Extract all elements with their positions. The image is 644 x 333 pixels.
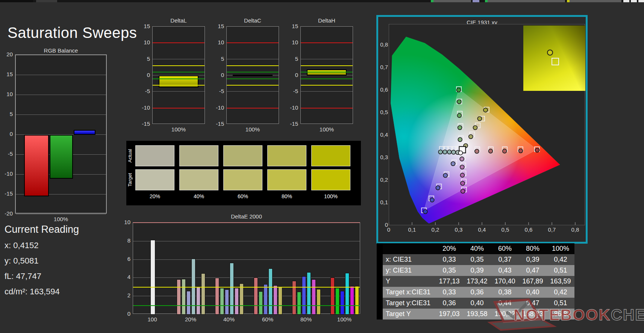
- table-row-label: x: CIE31: [383, 254, 435, 265]
- limit-line: [227, 72, 279, 72]
- limit-line: [301, 42, 353, 43]
- cie-y-tick-label: 0,6: [378, 86, 388, 92]
- table-value-cell: 0,35: [463, 254, 491, 265]
- swatch-column-label: 60%: [223, 193, 262, 199]
- current-reading-y: y: 0,5081: [5, 256, 79, 266]
- limit-line: [227, 85, 279, 86]
- measured-marker: [451, 162, 455, 166]
- deltae-bar: [312, 279, 316, 315]
- cie-y-tick-label: 0,3: [378, 154, 388, 160]
- deltae-bar: [278, 287, 282, 315]
- cie-x-tick-label: 0,8: [568, 226, 583, 232]
- current-reading-fl: fL: 47,747: [5, 271, 79, 281]
- measured-marker: [461, 181, 465, 185]
- table-left-strip: [377, 243, 383, 319]
- table-value-cell: 0,47: [519, 265, 547, 276]
- x-axis-label: 100%: [300, 126, 353, 132]
- y-tick-label: 8: [119, 237, 130, 243]
- inset-measured-point: [547, 50, 553, 56]
- rgb-bar-blue: [74, 130, 95, 135]
- gridline: [16, 75, 106, 75]
- y-tick-label: -5: [1, 151, 13, 157]
- inset-target-point: [552, 58, 559, 65]
- window-control-button[interactable]: [638, 0, 644, 2]
- x-axis-label: 100%: [226, 126, 279, 132]
- current-reading-heading: Current Reading: [5, 224, 79, 235]
- table-value-cell: 0,35: [435, 265, 463, 276]
- gridline: [133, 259, 360, 260]
- deltae-bar: [182, 279, 186, 315]
- swatch-column-label: 40%: [179, 193, 218, 199]
- y-tick-label: -10: [138, 104, 150, 110]
- limit-line: [153, 65, 205, 66]
- cie-x-tick-label: 0,2: [428, 226, 443, 232]
- measured-marker: [438, 150, 442, 154]
- deltae-bar: [335, 288, 339, 315]
- y-tick-label: -5: [286, 88, 298, 94]
- cie-x-tick-label: 0,5: [498, 226, 513, 232]
- window-control-button[interactable]: [631, 0, 637, 2]
- table-header-cell: [383, 243, 435, 254]
- measured-marker: [457, 88, 461, 92]
- table-row-label: Target Y: [383, 309, 435, 319]
- measured-marker: [447, 150, 452, 154]
- table-value-cell: 0,37: [491, 254, 519, 265]
- rgb-bar-green: [50, 135, 73, 179]
- measured-marker: [503, 149, 507, 153]
- measured-marker: [535, 148, 539, 152]
- table-value-cell: 0,38: [491, 287, 519, 298]
- deltae-bar: [215, 278, 219, 315]
- measured-marker: [483, 108, 488, 112]
- table-value-cell: 0,51: [547, 265, 574, 276]
- measured-marker: [469, 135, 473, 139]
- measured-marker: [458, 126, 462, 130]
- limit-line: [227, 65, 279, 66]
- deltae-bar: [302, 276, 306, 315]
- deltal-bar: [159, 75, 199, 87]
- limit-line: [133, 287, 360, 288]
- window-control-button[interactable]: [623, 0, 629, 2]
- y-tick-label: 5: [286, 56, 298, 62]
- table-value-cell: 0,40: [519, 287, 547, 298]
- cie-x-tick-label: 0,6: [521, 226, 536, 232]
- y-tick-label: 4: [119, 274, 130, 280]
- saturation-swatch-panel: Actual Target 20%40%60%80%100%: [126, 141, 361, 205]
- watermark-text-check: CHECK: [611, 306, 644, 324]
- deltae-chart-title: DeltaE 2000: [133, 213, 360, 220]
- top-bar-segment: [473, 0, 479, 2]
- y-tick-label: 5: [212, 56, 224, 62]
- measured-marker: [473, 126, 477, 130]
- limit-line: [153, 78, 205, 79]
- limit-line: [153, 42, 205, 43]
- swatch-target-20%: [135, 169, 174, 190]
- limit-line: [153, 85, 205, 86]
- limit-line: [227, 108, 279, 108]
- table-header-cell: 40%: [463, 243, 491, 254]
- table-value-cell: 0,40: [463, 298, 491, 309]
- gridline: [133, 296, 360, 296]
- measured-marker: [430, 198, 434, 202]
- deltae-bar: [254, 277, 258, 315]
- deltae-bar: [330, 277, 335, 315]
- swatch-actual-20%: [135, 145, 174, 166]
- x-axis-label: 100%: [15, 216, 107, 222]
- table-value-cell: 190,92: [491, 309, 519, 319]
- delta-chart-title: DeltaC: [219, 17, 286, 24]
- page-title: Saturation Sweeps: [8, 24, 137, 41]
- cie-x-tick-label: 0,4: [474, 226, 489, 232]
- y-tick-label: 0: [138, 72, 150, 78]
- y-tick-label: -15: [212, 121, 224, 127]
- top-bar-segment: [570, 0, 621, 2]
- y-tick-label: -15: [286, 121, 298, 127]
- deltae-bar: [201, 273, 205, 315]
- limit-line: [227, 78, 279, 79]
- top-bar-segment: [488, 0, 565, 2]
- limit-line: [301, 78, 353, 79]
- deltae-bar: [317, 289, 321, 315]
- delta-chart-title: DeltaH: [293, 17, 361, 24]
- gridline: [133, 241, 360, 241]
- gridline: [301, 59, 353, 59]
- cie-x-tick-label: 0,3: [451, 226, 466, 232]
- measured-marker: [436, 186, 440, 190]
- deltae-bar: [340, 291, 344, 315]
